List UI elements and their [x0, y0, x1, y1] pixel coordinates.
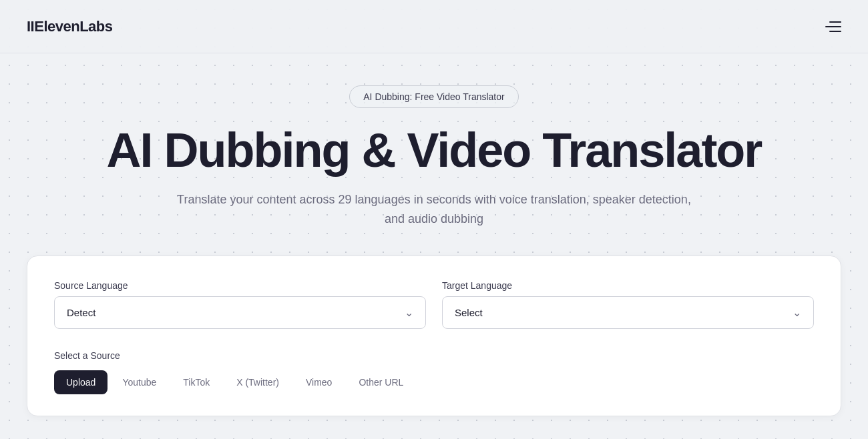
form-card: Source Language Detect ⌄ Target Language…	[27, 256, 841, 416]
target-language-chevron-icon: ⌄	[793, 306, 801, 319]
source-tab-youtube[interactable]: Youtube	[110, 370, 168, 394]
source-tab-tiktok[interactable]: TikTok	[171, 370, 222, 394]
hamburger-menu-button[interactable]	[825, 21, 841, 32]
hamburger-line-3	[829, 31, 841, 32]
target-language-select[interactable]: Select ⌄	[442, 296, 814, 329]
source-tab-twitter[interactable]: X (Twitter)	[224, 370, 291, 394]
hero-title: AI Dubbing & Video Translator	[107, 124, 762, 177]
source-language-group: Source Language Detect ⌄	[54, 280, 426, 329]
target-language-group: Target Language Select ⌄	[442, 280, 814, 329]
source-tab-upload[interactable]: Upload	[54, 370, 107, 394]
source-section-label: Select a Source	[54, 350, 814, 361]
hero-badge-text: AI Dubbing: Free Video Translator	[363, 91, 504, 102]
hero-badge: AI Dubbing: Free Video Translator	[349, 85, 518, 108]
source-tab-other-url[interactable]: Other URL	[347, 370, 415, 394]
target-language-value: Select	[455, 307, 483, 318]
source-section: Select a Source UploadYoutubeTikTokX (Tw…	[54, 350, 814, 394]
hamburger-line-2	[825, 26, 841, 27]
source-language-label: Source Language	[54, 280, 426, 291]
hero-subtitle: Translate your content across 29 languag…	[167, 190, 701, 229]
target-language-label: Target Language	[442, 280, 814, 291]
language-row: Source Language Detect ⌄ Target Language…	[54, 280, 814, 329]
source-tabs: UploadYoutubeTikTokX (Twitter)VimeoOther…	[54, 370, 814, 394]
hamburger-line-1	[829, 21, 841, 23]
logo: IIElevenLabs	[27, 18, 113, 35]
source-language-chevron-icon: ⌄	[405, 306, 413, 319]
source-language-select[interactable]: Detect ⌄	[54, 296, 426, 329]
source-language-value: Detect	[67, 307, 95, 318]
header: IIElevenLabs	[0, 0, 868, 53]
source-tab-vimeo[interactable]: Vimeo	[294, 370, 344, 394]
main-content: AI Dubbing: Free Video Translator AI Dub…	[0, 53, 868, 416]
